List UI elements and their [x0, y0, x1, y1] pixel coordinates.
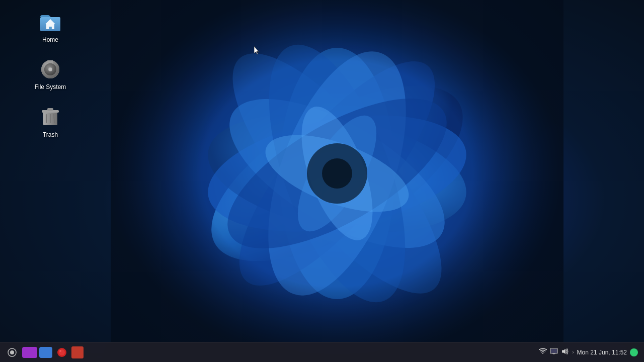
status-indicator[interactable] [630, 348, 638, 356]
svg-point-26 [49, 68, 52, 71]
files-app-button[interactable] [39, 347, 52, 358]
display-icon [550, 348, 558, 355]
svg-rect-20 [49, 27, 52, 29]
svg-rect-16 [111, 0, 564, 362]
svg-line-34 [54, 114, 54, 123]
record-icon [7, 347, 17, 357]
trash-label: Trash [43, 131, 58, 138]
trash-svg [39, 105, 61, 127]
display-tray-icon[interactable] [550, 348, 558, 356]
home-label: Home [42, 36, 58, 43]
trash-icon-image [38, 104, 62, 128]
sound-icon [561, 348, 569, 355]
filesystem-icon[interactable]: File System [30, 52, 70, 95]
home-icon-image [38, 9, 62, 33]
red-app-button[interactable] [54, 345, 69, 360]
purple-app-button[interactable] [22, 347, 37, 358]
home-icon[interactable]: Home [30, 5, 70, 47]
clock-display[interactable]: Mon 21 Jun, 11:52 [577, 349, 627, 356]
trash-icon[interactable]: Trash [30, 100, 70, 142]
red-square-app-button[interactable] [71, 346, 84, 358]
tray-expand-arrow[interactable]: › [572, 349, 574, 355]
desktop-background [0, 0, 644, 362]
svg-point-37 [10, 350, 14, 354]
taskbar: › Mon 21 Jun, 11:52 [0, 342, 644, 362]
wifi-tray-icon[interactable] [539, 348, 547, 356]
desktop-icons-container: Home [30, 5, 70, 142]
filesystem-label: File System [35, 83, 66, 90]
svg-rect-42 [551, 349, 557, 353]
sound-tray-icon[interactable] [561, 348, 569, 356]
home-folder-svg [38, 9, 62, 33]
system-tray: › Mon 21 Jun, 11:52 [539, 348, 638, 356]
taskbar-right: › Mon 21 Jun, 11:52 [539, 348, 640, 356]
wallpaper-svg [111, 0, 564, 362]
svg-point-40 [59, 350, 61, 352]
svg-rect-27 [47, 60, 53, 63]
svg-marker-45 [562, 349, 566, 354]
wifi-icon [539, 348, 547, 355]
svg-rect-31 [47, 108, 53, 111]
red-app-icon [56, 347, 67, 358]
filesystem-svg [38, 56, 62, 80]
svg-line-32 [46, 114, 47, 123]
taskbar-left [4, 344, 537, 360]
record-button[interactable] [4, 344, 20, 360]
filesystem-icon-image [38, 56, 62, 80]
